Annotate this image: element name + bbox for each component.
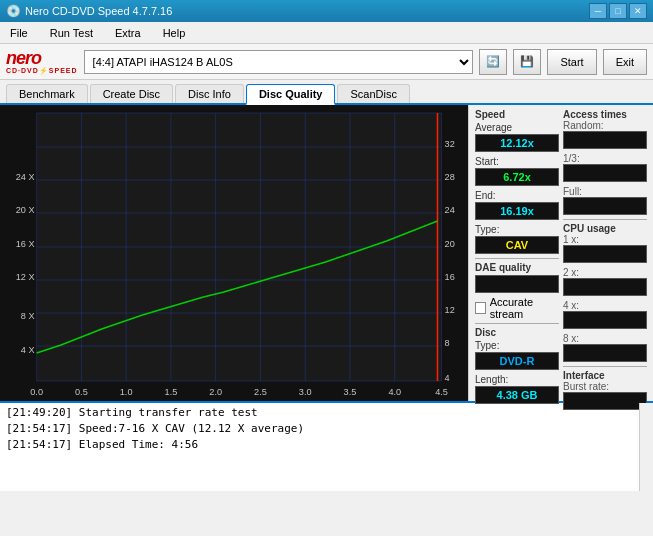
title-bar-title: Nero CD-DVD Speed 4.7.7.16 (25, 5, 172, 17)
accurate-stream-row: Accurate stream (475, 296, 559, 320)
start-value: 6.72x (475, 168, 559, 186)
svg-text:4.0: 4.0 (388, 387, 401, 397)
random-access-stat: Random: (563, 120, 647, 149)
log-line-2: [21:54:17] Speed:7-16 X CAV (12.12 X ave… (6, 421, 633, 437)
svg-text:1.0: 1.0 (120, 387, 133, 397)
log-area: [21:49:20] Starting transfer rate test [… (0, 401, 653, 491)
one-third-label: 1/3: (563, 153, 647, 164)
access-times-header: Access times (563, 109, 647, 120)
log-row: [21:49:20] Starting transfer rate test [… (0, 403, 653, 491)
speed-column: Speed Average 12.12x Start: 6.72x End: 1… (475, 109, 559, 414)
menu-run-test[interactable]: Run Test (44, 25, 99, 41)
start-stat: Start: 6.72x (475, 156, 559, 186)
menu-file[interactable]: File (4, 25, 34, 41)
cpu-2x-stat: 2 x: (563, 267, 647, 296)
one-third-value (563, 164, 647, 182)
svg-text:2.5: 2.5 (254, 387, 267, 397)
menu-help[interactable]: Help (157, 25, 192, 41)
svg-text:4.5: 4.5 (435, 387, 448, 397)
svg-text:16 X: 16 X (16, 239, 35, 249)
refresh-button[interactable]: 🔄 (479, 49, 507, 75)
divider-4 (563, 366, 647, 367)
drive-select[interactable]: [4:4] ATAPI iHAS124 B AL0S (84, 50, 474, 74)
average-label: Average (475, 122, 559, 133)
svg-text:0.0: 0.0 (30, 387, 43, 397)
right-panel: Speed Average 12.12x Start: 6.72x End: 1… (468, 105, 653, 401)
chart-svg: 4 X 8 X 12 X 16 X 20 X 24 X 4 8 12 16 20… (0, 105, 468, 401)
logo-nero: nero (6, 49, 78, 67)
accurate-stream-checkbox[interactable] (475, 302, 486, 314)
save-button[interactable]: 💾 (513, 49, 541, 75)
log-line-1: [21:49:20] Starting transfer rate test (6, 405, 633, 421)
exit-button[interactable]: Exit (603, 49, 647, 75)
cpu-8x-stat: 8 x: (563, 333, 647, 362)
random-value (563, 131, 647, 149)
dae-value-box (475, 275, 559, 293)
cpu-4x-stat: 4 x: (563, 300, 647, 329)
dae-section-header: DAE quality (475, 262, 559, 273)
interface-header: Interface (563, 370, 647, 381)
divider-1 (475, 258, 559, 259)
svg-text:32: 32 (445, 139, 455, 149)
svg-text:1.5: 1.5 (165, 387, 178, 397)
full-value (563, 197, 647, 215)
svg-text:2.0: 2.0 (209, 387, 222, 397)
logo: nero CD·DVD⚡SPEED (6, 49, 78, 75)
disc-type-stat: Type: DVD-R (475, 340, 559, 370)
log-content[interactable]: [21:49:20] Starting transfer rate test [… (0, 403, 639, 491)
svg-text:0.5: 0.5 (75, 387, 88, 397)
maximize-button[interactable]: □ (609, 3, 627, 19)
menu-extra[interactable]: Extra (109, 25, 147, 41)
minimize-button[interactable]: ─ (589, 3, 607, 19)
close-button[interactable]: ✕ (629, 3, 647, 19)
type-stat: Type: CAV (475, 224, 559, 254)
cpu-usage-header: CPU usage (563, 223, 647, 234)
tab-create-disc[interactable]: Create Disc (90, 84, 173, 103)
type-value: CAV (475, 236, 559, 254)
disc-type-value: DVD-R (475, 352, 559, 370)
tab-benchmark[interactable]: Benchmark (6, 84, 88, 103)
disc-type-label: Type: (475, 340, 559, 351)
divider-3 (563, 219, 647, 220)
end-label: End: (475, 190, 559, 201)
svg-text:12: 12 (445, 305, 455, 315)
cpu-1x-stat: 1 x: (563, 234, 647, 263)
cpu-2x-value (563, 278, 647, 296)
svg-text:12 X: 12 X (16, 272, 35, 282)
start-button[interactable]: Start (547, 49, 596, 75)
end-value: 16.19x (475, 202, 559, 220)
average-value: 12.12x (475, 134, 559, 152)
svg-text:3.0: 3.0 (299, 387, 312, 397)
svg-text:16: 16 (445, 272, 455, 282)
cpu-4x-label: 4 x: (563, 300, 647, 311)
full-stat: Full: (563, 186, 647, 215)
divider-2 (475, 323, 559, 324)
log-line-3: [21:54:17] Elapsed Time: 4:56 (6, 437, 633, 453)
svg-text:20: 20 (445, 239, 455, 249)
start-label: Start: (475, 156, 559, 167)
full-label: Full: (563, 186, 647, 197)
app-icon: 💿 (6, 4, 21, 18)
menu-bar: File Run Test Extra Help (0, 22, 653, 44)
disc-length-value: 4.38 GB (475, 386, 559, 404)
chart-area: 4 X 8 X 12 X 16 X 20 X 24 X 4 8 12 16 20… (0, 105, 468, 401)
access-times-column: Access times Random: 1/3: Full: (563, 109, 647, 414)
title-bar-left: 💿 Nero CD-DVD Speed 4.7.7.16 (6, 4, 172, 18)
tab-disc-info[interactable]: Disc Info (175, 84, 244, 103)
cpu-2x-label: 2 x: (563, 267, 647, 278)
log-scrollbar[interactable] (639, 403, 653, 491)
svg-text:8 X: 8 X (21, 311, 35, 321)
title-bar-controls: ─ □ ✕ (589, 3, 647, 19)
cpu-1x-value (563, 245, 647, 263)
tab-disc-quality[interactable]: Disc Quality (246, 84, 336, 105)
main-content: 4 X 8 X 12 X 16 X 20 X 24 X 4 8 12 16 20… (0, 105, 653, 401)
type-label: Type: (475, 224, 559, 235)
tab-scan-disc[interactable]: ScanDisc (337, 84, 409, 103)
average-stat: Average 12.12x (475, 122, 559, 152)
cpu-8x-value (563, 344, 647, 362)
random-label: Random: (563, 120, 647, 131)
svg-text:8: 8 (445, 338, 450, 348)
svg-text:3.5: 3.5 (344, 387, 357, 397)
svg-text:4: 4 (445, 373, 450, 383)
toolbar: nero CD·DVD⚡SPEED [4:4] ATAPI iHAS124 B … (0, 44, 653, 80)
